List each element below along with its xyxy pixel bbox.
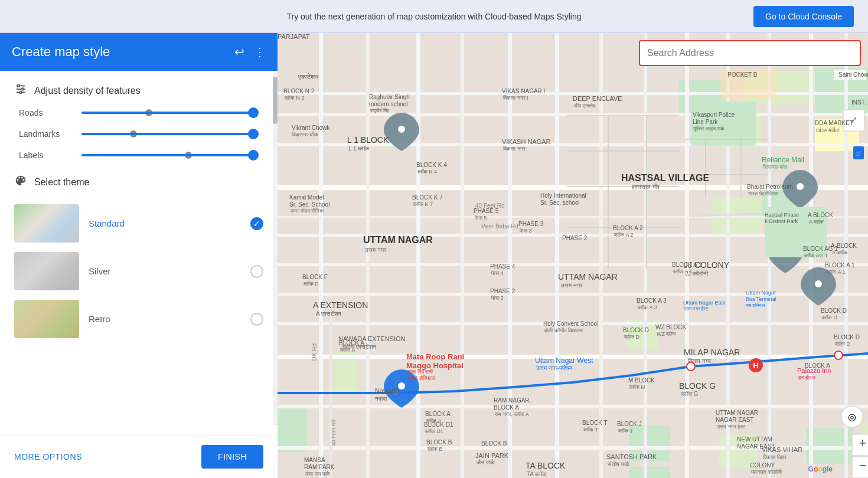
landmarks-label: Landmarks [19,129,72,139]
svg-rect-14 [719,434,758,467]
svg-text:−: − [859,458,867,473]
panel-scrollbar-thumb[interactable] [273,77,278,124]
labels-slider-fill [81,154,254,156]
theme-section-header: Select theme [14,174,263,190]
roads-slider-fill [81,112,254,114]
google-logo: Google [808,465,833,473]
svg-rect-13 [629,467,670,478]
cloud-console-button[interactable]: Go to Cloud Console [753,6,854,27]
svg-point-4 [22,88,24,90]
svg-rect-37 [461,33,464,478]
svg-text:◎: ◎ [848,412,856,422]
labels-slider-row: Labels [14,150,263,160]
svg-point-57 [398,382,405,389]
density-section-header: Adjust density of features [14,83,263,99]
theme-thumbnail-retro [14,300,79,338]
roads-slider-row: Roads [14,108,263,117]
theme-name-standard: Standard [89,218,241,228]
svg-rect-36 [416,33,420,478]
svg-rect-70 [765,207,827,257]
landmarks-slider-thumb[interactable] [248,129,259,139]
density-section-title: Adjust density of features [34,86,141,96]
labels-slider-thumb[interactable] [248,150,259,161]
landmarks-slider-fill [81,133,254,135]
roads-label: Roads [19,108,72,117]
svg-point-50 [834,351,843,359]
svg-text:🛒: 🛒 [856,150,862,156]
svg-text:⤢: ⤢ [850,115,857,125]
panel-content: Adjust density of features Roads Landmar… [0,71,278,435]
svg-point-49 [687,362,695,371]
panel-header: Create map style ↩ ⋮ [0,33,278,71]
map-area[interactable]: H 🛒 ◎ + − [278,33,868,478]
svg-rect-43 [726,33,730,478]
svg-text:+: + [859,436,867,450]
svg-point-54 [797,183,804,190]
panel-header-icons: ↩ ⋮ [234,45,266,59]
banner-text: Try out the next generation of map custo… [286,12,581,21]
panel-title: Create map style [12,44,110,60]
svg-rect-38 [508,33,512,478]
theme-section-title: Select theme [34,177,89,188]
theme-radio-retro[interactable] [250,313,263,326]
theme-item-retro[interactable]: Retro [14,295,263,343]
theme-thumbnail-standard [14,204,79,243]
palette-icon [14,174,27,190]
theme-list: Standard ✓ Silver Retro [14,199,263,343]
landmarks-slider[interactable] [81,133,254,135]
sliders-icon [14,83,27,99]
svg-text:H: H [753,361,758,370]
svg-rect-12 [629,425,670,461]
theme-name-retro: Retro [89,314,241,324]
theme-item-silver[interactable]: Silver [14,247,263,295]
labels-label: Labels [19,150,72,160]
undo-icon[interactable]: ↩ [234,45,244,59]
svg-rect-82 [720,70,776,99]
svg-rect-35 [366,33,370,478]
svg-rect-40 [599,33,603,478]
landmarks-slider-row: Landmarks [14,129,263,139]
theme-name-silver: Silver [89,266,241,276]
more-options-icon[interactable]: ⋮ [254,45,266,59]
svg-rect-42 [685,33,689,478]
search-input[interactable] [647,48,853,58]
svg-point-53 [398,126,405,133]
roads-slider-thumb[interactable] [248,107,259,118]
theme-section: Select theme Standard ✓ Silver [14,174,263,343]
theme-item-standard[interactable]: Standard ✓ [14,199,263,247]
panel-scrollbar[interactable] [273,71,278,425]
labels-slider[interactable] [81,154,254,156]
theme-radio-silver[interactable] [250,265,263,278]
svg-rect-39 [555,33,559,478]
panel-footer: MORE OPTIONS FINISH [0,435,278,478]
svg-rect-19 [278,405,307,452]
svg-point-56 [815,280,822,287]
left-panel: Create map style ↩ ⋮ Adjust density of f… [0,33,278,478]
theme-thumbnail-silver [14,252,79,290]
more-options-button[interactable]: MORE OPTIONS [14,452,82,461]
finish-button[interactable]: FINISH [201,445,263,469]
svg-rect-34 [319,33,323,478]
svg-point-5 [19,91,22,94]
theme-radio-standard[interactable]: ✓ [250,217,263,230]
svg-rect-68 [834,70,866,80]
svg-point-3 [18,85,20,87]
roads-slider[interactable] [81,112,254,114]
top-banner: Try out the next generation of map custo… [0,0,868,33]
search-box[interactable] [639,40,861,66]
